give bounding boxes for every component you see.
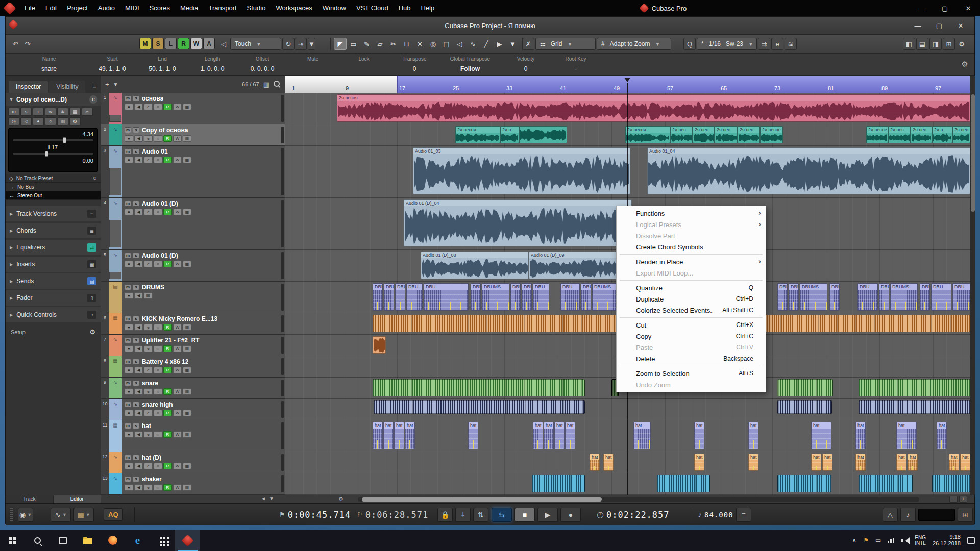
event-drums[interactable]: DRUMS <box>482 283 509 311</box>
taskbar-search-button[interactable] <box>25 530 50 551</box>
context-menu-item-duplicate[interactable]: DuplicateCtrl+D <box>617 293 766 305</box>
event-hat[interactable]: hat <box>748 454 758 471</box>
quantize-panel-icon[interactable]: e <box>771 38 783 50</box>
track-row-uplifter-21-f-2-rt[interactable]: 7∿msUplifter 21 - F#2_RT●◀e○RW▦ <box>101 335 285 356</box>
edit-channel-button[interactable]: e <box>144 431 153 438</box>
automation-s-button[interactable]: S <box>152 38 164 49</box>
tracklist-options-icon[interactable]: ▼ <box>269 496 274 502</box>
solo-button[interactable]: s <box>133 253 139 259</box>
monitor-button[interactable]: ◀ <box>134 261 143 267</box>
event-hat[interactable]: hat <box>937 422 947 449</box>
metronome-button[interactable]: △ <box>883 508 898 522</box>
read-automation-button[interactable]: R <box>163 463 172 469</box>
track-row-snare[interactable]: 9∿mssnare●◀e○RW▦ <box>101 378 285 399</box>
context-menu-item-functions[interactable]: Functions› <box>617 208 766 219</box>
menu-window[interactable]: Window <box>317 0 351 16</box>
menu-project[interactable]: Project <box>62 0 92 16</box>
events-button[interactable]: ▦ <box>183 410 191 416</box>
right-zone-toggle-icon[interactable]: ◨ <box>929 38 942 50</box>
context-menu-item-quantize[interactable]: QuantizeQ <box>617 282 766 293</box>
write-automation-button[interactable]: W <box>173 324 182 331</box>
event-snare[interactable] <box>859 379 970 396</box>
tab-inspector[interactable]: Inspector <box>9 81 48 93</box>
output-routing-row[interactable]: ← Stereo Out <box>6 191 101 200</box>
record-enable-button[interactable]: ● <box>125 324 133 331</box>
event-2я-пес[interactable]: 2я пес <box>911 126 932 143</box>
inspector-quick-button-6[interactable]: ✂ <box>82 108 93 116</box>
edit-channel-button[interactable]: e <box>144 463 153 469</box>
toolbar-setup-gear-icon[interactable]: ⚙ <box>956 38 967 50</box>
taskbar-cubase-button[interactable] <box>175 530 200 551</box>
track-filter-icon[interactable]: ▥ <box>263 81 270 88</box>
track-row-copy-of-основа[interactable]: 2∿msCopy of основа●◀e○RW▦ <box>101 124 285 146</box>
freeze-button[interactable]: ○ <box>154 388 162 395</box>
network-icon[interactable] <box>888 538 894 543</box>
inspector-quick-button2-0[interactable]: ◎ <box>8 117 19 126</box>
events-button[interactable]: ▦ <box>183 135 191 142</box>
event-hat[interactable]: hat <box>896 422 917 449</box>
primary-time-display[interactable]: 0:02:22.857 <box>606 510 670 520</box>
inspector-section-chords[interactable]: ▶Chords≣ <box>6 223 101 238</box>
event-dru[interactable]: DRU <box>952 283 970 311</box>
record-enable-button[interactable]: ● <box>125 484 133 491</box>
write-automation-button[interactable]: W <box>173 209 182 215</box>
events-button[interactable]: ▦ <box>183 367 191 373</box>
record-enable-button[interactable]: ● <box>125 388 133 395</box>
edit-channel-button[interactable]: e <box>144 345 153 352</box>
events-button[interactable]: ▦ <box>183 261 191 267</box>
event-hat[interactable]: hat <box>603 454 614 471</box>
event-audio-01-d-08[interactable]: Audio 01 (D)_08 <box>421 252 529 279</box>
color-tool[interactable]: ▼ <box>506 38 519 50</box>
tab-visibility[interactable]: Visibility <box>49 81 85 93</box>
left-locator-time[interactable]: 0:00:45.714 <box>288 510 351 520</box>
infoline-global-transpose[interactable]: Global TransposeFollow <box>439 54 501 75</box>
track-row-battery-4-x86-12[interactable]: 8▦msBattery 4 x86 12●◀e○RW▦ <box>101 356 285 378</box>
event-2я-пес[interactable]: 2я пес <box>952 126 970 143</box>
edit-channel-icon[interactable]: e <box>89 95 97 104</box>
mute-button[interactable]: m <box>125 476 131 482</box>
infoline-lock[interactable]: Lock <box>338 54 389 75</box>
monitor-button[interactable]: ◀ <box>134 104 143 110</box>
read-automation-button[interactable]: R <box>163 484 172 491</box>
event-dru[interactable]: DRU <box>879 283 889 311</box>
read-automation-button[interactable]: R <box>163 388 172 395</box>
transport-setup-icon[interactable]: ⊞ <box>958 508 973 522</box>
mute-button[interactable]: m <box>125 337 131 343</box>
zone-tab-track[interactable]: Track <box>6 495 53 504</box>
preroll-button[interactable]: ∿▼ <box>51 508 71 522</box>
track-row-основа[interactable]: 1∿msоснова●◀e○RW▦ <box>101 93 285 124</box>
zoom-tool[interactable]: ◎ <box>427 38 439 50</box>
event-hat[interactable]: hat <box>544 422 554 449</box>
edit-channel-button[interactable]: e <box>144 209 153 215</box>
freeze-button[interactable]: ○ <box>154 104 162 110</box>
event-2я-песня[interactable]: 2я песня <box>625 126 670 143</box>
quantize-button[interactable]: Q <box>683 38 696 50</box>
click-pattern-button[interactable]: ♪ <box>900 508 916 522</box>
events-button[interactable]: ▦ <box>183 463 191 469</box>
iterative-quantize-icon[interactable]: ⇉ <box>758 38 770 50</box>
freeze-button[interactable]: ○ <box>154 324 162 331</box>
event-dru[interactable]: DRU <box>373 283 383 311</box>
zoom-out-button[interactable]: − <box>949 496 958 503</box>
event-hat[interactable]: hat <box>908 454 918 471</box>
event-copy-of-основа[interactable] <box>519 126 567 143</box>
taskbar-apps-grid-button[interactable] <box>150 530 175 551</box>
line-tool[interactable]: ╱ <box>480 38 493 50</box>
zoom-grid-dropdown[interactable]: #Adapt to Zoom▼ <box>597 38 671 50</box>
event-dru[interactable]: DRU <box>777 283 788 311</box>
event-snare[interactable] <box>373 379 585 396</box>
event-uplifter-21-f-2-rt[interactable] <box>373 336 386 354</box>
record-enable-button[interactable]: ● <box>125 431 133 438</box>
search-icon[interactable] <box>274 81 281 88</box>
taskbar-task-view-button[interactable] <box>50 530 75 551</box>
record-enable-button[interactable]: ● <box>125 104 133 110</box>
app-close-button[interactable]: ✕ <box>957 0 980 16</box>
menu-midi[interactable]: MIDI <box>120 0 144 16</box>
zoom-in-button[interactable]: + <box>959 496 967 503</box>
mute-button[interactable]: m <box>125 402 131 408</box>
inspector-setup-row[interactable]: Setup ⚙ <box>6 324 101 340</box>
menu-studio[interactable]: Studio <box>242 0 271 16</box>
event-snare-high[interactable] <box>777 400 832 414</box>
write-automation-button[interactable]: W <box>173 410 182 416</box>
freeze-button[interactable]: ○ <box>154 367 162 373</box>
